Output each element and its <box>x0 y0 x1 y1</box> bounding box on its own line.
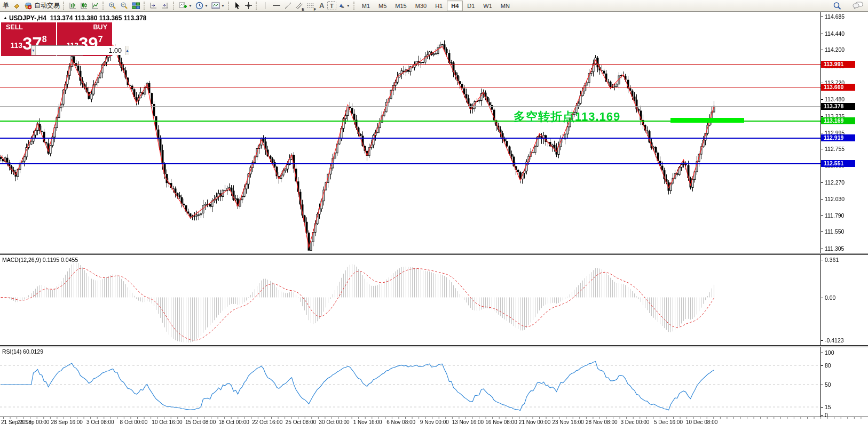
timeframe-M30[interactable]: M30 <box>411 1 431 11</box>
rsi-tick-label: 100 <box>825 349 834 356</box>
equidistant-channel-icon[interactable]: E <box>294 1 305 11</box>
new-order-icon[interactable] <box>11 1 22 11</box>
search-icon[interactable] <box>831 1 843 11</box>
chat-icon[interactable] <box>851 1 865 11</box>
highlight-trend-segment[interactable] <box>670 118 744 123</box>
price-tick-label: 111.790 <box>825 212 844 219</box>
price-level-badge: 112.919 <box>821 134 855 141</box>
timeframe-M1[interactable]: M1 <box>358 1 374 11</box>
toolbar-grip <box>353 2 356 10</box>
toolbar: 单 自动交易 <box>0 0 868 12</box>
timeframe-MN[interactable]: MN <box>496 1 514 11</box>
horizontal-level-line-113.991[interactable] <box>0 64 820 65</box>
price-tick-label: 113.480 <box>825 96 845 102</box>
time-tick-label: 23 Nov 16:00 <box>552 419 584 425</box>
time-tick-label: 26 Sep 00:00 <box>18 419 50 425</box>
chart-shift-icon[interactable] <box>160 1 171 11</box>
time-tick-label: 18 Oct 00:00 <box>219 419 249 425</box>
ohlc-values: 113.374 113.380 113.365 113.378 <box>50 14 147 22</box>
toolbar-grip <box>173 2 176 10</box>
timeframe-W1[interactable]: W1 <box>479 1 496 11</box>
time-tick-label: 30 Oct 00:00 <box>319 419 349 425</box>
price-level-badge: 113.991 <box>821 61 855 68</box>
price-tick-label: 111.550 <box>825 228 844 235</box>
timeframe-D1[interactable]: D1 <box>463 1 479 11</box>
rsi-tick-label: 15 <box>825 404 831 410</box>
timeframe-M15[interactable]: M15 <box>391 1 411 11</box>
toolbar-grip <box>256 2 258 10</box>
time-tick-label: 16 Nov 08:00 <box>485 419 517 425</box>
price-tick-label: 112.270 <box>825 179 845 186</box>
time-tick-label: 25 Oct 08:00 <box>286 419 316 425</box>
arrows-tool-icon[interactable]: ▼ <box>336 1 352 11</box>
horizontal-level-line-112.551[interactable] <box>0 163 820 164</box>
time-tick-label: 15 Oct 08:00 <box>185 419 216 425</box>
new-order-button[interactable]: 单 <box>1 1 11 11</box>
horizontal-level-line-112.919[interactable] <box>0 138 820 139</box>
volume-control: ▼ ▲ <box>31 45 83 55</box>
dropdown-arrow-icon: ▼ <box>204 4 208 7</box>
price-tick-label: 114.685 <box>825 13 845 20</box>
macd-tick-label: 0.361 <box>825 257 839 263</box>
buy-label: BUY <box>93 23 107 31</box>
text-tool-icon[interactable]: A <box>317 1 327 11</box>
toolbar-grip <box>102 2 105 10</box>
toolbar-grip <box>63 2 66 10</box>
bar-chart-icon[interactable] <box>67 1 78 11</box>
volume-input[interactable] <box>36 46 125 55</box>
line-chart-icon[interactable] <box>90 1 101 11</box>
horizontal-level-line-113.660[interactable] <box>0 87 820 87</box>
zoom-out-icon[interactable] <box>119 1 130 11</box>
autotrade-button[interactable]: 自动交易 <box>22 1 61 11</box>
zoom-in-icon[interactable] <box>107 1 119 11</box>
toolbar-grip <box>144 2 146 10</box>
time-tick-label: 10 Dec 08:00 <box>686 419 718 425</box>
time-tick-label: 5 Dec 16:00 <box>654 419 683 425</box>
pane-separator-macd[interactable] <box>0 253 868 255</box>
current-price-badge: 113.378 <box>821 103 855 110</box>
volume-increase-button[interactable]: ▲ <box>125 46 129 55</box>
time-tick-label: 9 Nov 00:00 <box>420 419 449 425</box>
toolbar-grip <box>228 2 231 10</box>
text-label-icon[interactable]: T <box>327 1 336 10</box>
auto-scroll-icon[interactable] <box>148 1 160 11</box>
time-tick-label: 10 Oct 16:00 <box>152 419 182 425</box>
price-level-badge: 112.551 <box>821 160 855 167</box>
rsi-tick-label: 0 <box>825 412 828 418</box>
price-tick-label: 112.030 <box>825 196 845 202</box>
vertical-line-icon[interactable] <box>260 1 271 11</box>
candlestick-chart-icon[interactable] <box>78 1 90 11</box>
price-tick-label: 114.200 <box>825 46 845 53</box>
templates-icon[interactable]: ▼ <box>210 1 226 11</box>
indicators-icon[interactable]: ▼ <box>177 1 194 11</box>
time-tick-label: 13 Nov 16:00 <box>452 419 484 425</box>
dropdown-arrow-icon: ▼ <box>346 4 350 7</box>
one-click-trading-panel: SELL 113378 BUY 113397 ▼ ▲ <box>1 22 112 56</box>
timeframe-M5[interactable]: M5 <box>374 1 391 11</box>
fibo-letter: F <box>314 7 316 11</box>
macd-tick-label: 0.00 <box>825 294 835 301</box>
periods-icon[interactable]: ▼ <box>194 1 210 11</box>
mt4-window: 单 自动交易 <box>0 0 868 431</box>
turning-point-annotation: 多空转折点113.169 <box>514 109 620 125</box>
timeframe-H4[interactable]: H4 <box>447 1 463 11</box>
price-tick-label: 114.440 <box>825 30 845 37</box>
trendline-icon[interactable] <box>282 1 294 11</box>
pane-separator-rsi[interactable] <box>0 345 868 347</box>
tile-windows-icon[interactable] <box>130 1 142 11</box>
dropdown-arrow-icon: ▼ <box>188 4 192 7</box>
cursor-icon[interactable] <box>232 1 243 11</box>
rsi-tick-label: 80 <box>825 362 831 369</box>
fibonacci-icon[interactable]: F <box>305 1 317 11</box>
timeframe-group: M1M5M15M30H1H4D1W1MN <box>358 1 514 11</box>
horizontal-line-icon[interactable] <box>271 1 282 11</box>
price-tick-label: 112.755 <box>825 146 845 152</box>
time-tick-label: 28 Nov 08:00 <box>586 419 618 425</box>
crosshair-icon[interactable] <box>243 1 254 11</box>
timeframe-H1[interactable]: H1 <box>431 1 447 11</box>
time-tick-label: 3 Dec 00:00 <box>620 419 649 425</box>
price-chart-canvas[interactable] <box>0 0 868 431</box>
sell-label: SELL <box>6 23 23 31</box>
collapse-marker-icon[interactable]: ▲ <box>3 15 7 20</box>
volume-decrease-button[interactable]: ▼ <box>31 46 36 55</box>
